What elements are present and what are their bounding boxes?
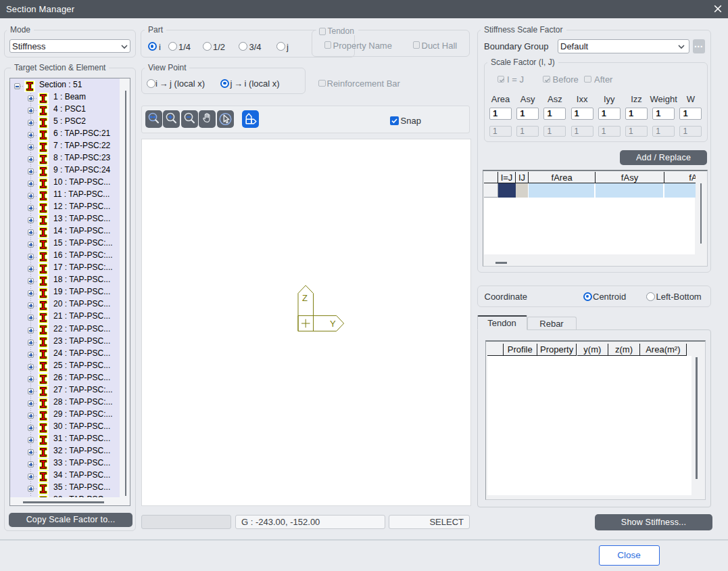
svg-text:Y: Y	[330, 319, 336, 329]
svg-text:Z: Z	[302, 293, 308, 303]
